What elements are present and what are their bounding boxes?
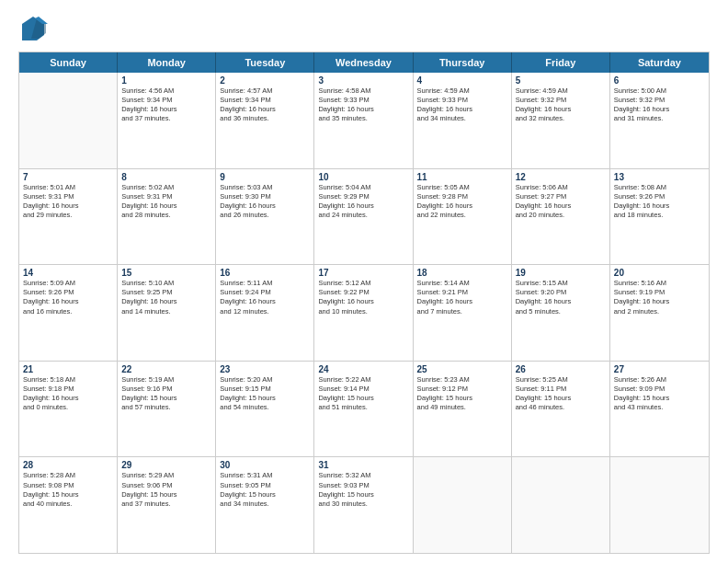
day-29: 29Sunrise: 5:29 AMSunset: 9:06 PMDayligh… bbox=[118, 457, 216, 553]
calendar-row-3: 14Sunrise: 5:09 AMSunset: 9:26 PMDayligh… bbox=[19, 265, 709, 362]
day-30: 30Sunrise: 5:31 AMSunset: 9:05 PMDayligh… bbox=[216, 457, 314, 553]
day-info: Sunrise: 5:31 AMSunset: 9:05 PMDaylight:… bbox=[220, 471, 310, 509]
day-info: Sunrise: 4:59 AMSunset: 9:33 PMDaylight:… bbox=[417, 86, 507, 124]
day-number: 14 bbox=[23, 268, 113, 278]
day-info: Sunrise: 5:29 AMSunset: 9:06 PMDaylight:… bbox=[121, 471, 211, 509]
day-info: Sunrise: 4:59 AMSunset: 9:32 PMDaylight:… bbox=[516, 86, 606, 124]
day-number: 1 bbox=[121, 75, 211, 86]
day-info: Sunrise: 5:15 AMSunset: 9:20 PMDaylight:… bbox=[516, 279, 606, 316]
day-info: Sunrise: 5:28 AMSunset: 9:08 PMDaylight:… bbox=[23, 471, 113, 509]
weekday-monday: Monday bbox=[118, 52, 216, 73]
day-info: Sunrise: 5:11 AMSunset: 9:24 PMDaylight:… bbox=[220, 279, 310, 316]
calendar-row-4: 21Sunrise: 5:18 AMSunset: 9:18 PMDayligh… bbox=[19, 362, 709, 458]
day-4: 4Sunrise: 4:59 AMSunset: 9:33 PMDaylight… bbox=[414, 73, 512, 168]
day-12: 12Sunrise: 5:06 AMSunset: 9:27 PMDayligh… bbox=[512, 169, 610, 265]
day-26: 26Sunrise: 5:25 AMSunset: 9:11 PMDayligh… bbox=[512, 362, 610, 457]
day-number: 7 bbox=[23, 172, 113, 182]
logo-icon bbox=[18, 15, 48, 44]
day-info: Sunrise: 5:02 AMSunset: 9:31 PMDaylight:… bbox=[121, 183, 211, 221]
weekday-wednesday: Wednesday bbox=[314, 52, 413, 73]
day-info: Sunrise: 5:26 AMSunset: 9:09 PMDaylight:… bbox=[614, 375, 705, 413]
day-22: 22Sunrise: 5:19 AMSunset: 9:16 PMDayligh… bbox=[118, 362, 216, 457]
day-info: Sunrise: 5:03 AMSunset: 9:30 PMDaylight:… bbox=[220, 183, 310, 221]
day-info: Sunrise: 5:01 AMSunset: 9:31 PMDaylight:… bbox=[23, 183, 113, 221]
empty-cell bbox=[610, 457, 709, 553]
day-21: 21Sunrise: 5:18 AMSunset: 9:18 PMDayligh… bbox=[19, 362, 118, 457]
day-18: 18Sunrise: 5:14 AMSunset: 9:21 PMDayligh… bbox=[414, 265, 512, 361]
calendar-row-2: 7Sunrise: 5:01 AMSunset: 9:31 PMDaylight… bbox=[19, 169, 709, 266]
calendar: SundayMondayTuesdayWednesdayThursdayFrid… bbox=[18, 52, 710, 554]
day-info: Sunrise: 4:57 AMSunset: 9:34 PMDaylight:… bbox=[220, 86, 310, 124]
day-number: 23 bbox=[220, 364, 310, 374]
day-info: Sunrise: 5:19 AMSunset: 9:16 PMDaylight:… bbox=[121, 375, 211, 413]
day-number: 20 bbox=[614, 268, 705, 278]
day-27: 27Sunrise: 5:26 AMSunset: 9:09 PMDayligh… bbox=[610, 362, 709, 457]
day-info: Sunrise: 5:12 AMSunset: 9:22 PMDaylight:… bbox=[318, 279, 408, 316]
day-info: Sunrise: 5:00 AMSunset: 9:32 PMDaylight:… bbox=[614, 86, 705, 124]
day-number: 21 bbox=[23, 364, 113, 374]
day-10: 10Sunrise: 5:04 AMSunset: 9:29 PMDayligh… bbox=[314, 169, 413, 265]
weekday-tuesday: Tuesday bbox=[216, 52, 314, 73]
day-20: 20Sunrise: 5:16 AMSunset: 9:19 PMDayligh… bbox=[610, 265, 709, 361]
calendar-row-5: 28Sunrise: 5:28 AMSunset: 9:08 PMDayligh… bbox=[19, 457, 709, 553]
calendar-row-1: 1Sunrise: 4:56 AMSunset: 9:34 PMDaylight… bbox=[19, 73, 709, 169]
empty-cell bbox=[19, 73, 118, 168]
day-19: 19Sunrise: 5:15 AMSunset: 9:20 PMDayligh… bbox=[512, 265, 610, 361]
calendar-header: SundayMondayTuesdayWednesdayThursdayFrid… bbox=[19, 52, 709, 73]
day-number: 30 bbox=[220, 460, 310, 470]
day-11: 11Sunrise: 5:05 AMSunset: 9:28 PMDayligh… bbox=[414, 169, 512, 265]
day-number: 6 bbox=[614, 75, 705, 86]
day-info: Sunrise: 5:08 AMSunset: 9:26 PMDaylight:… bbox=[614, 183, 705, 221]
day-5: 5Sunrise: 4:59 AMSunset: 9:32 PMDaylight… bbox=[512, 73, 610, 168]
day-number: 15 bbox=[121, 268, 211, 278]
day-info: Sunrise: 5:14 AMSunset: 9:21 PMDaylight:… bbox=[417, 279, 507, 316]
day-number: 5 bbox=[516, 75, 606, 86]
weekday-saturday: Saturday bbox=[610, 52, 709, 73]
day-info: Sunrise: 5:32 AMSunset: 9:03 PMDaylight:… bbox=[318, 471, 408, 509]
day-number: 17 bbox=[318, 268, 408, 278]
day-info: Sunrise: 5:16 AMSunset: 9:19 PMDaylight:… bbox=[614, 279, 705, 316]
day-number: 11 bbox=[417, 172, 507, 182]
day-24: 24Sunrise: 5:22 AMSunset: 9:14 PMDayligh… bbox=[314, 362, 413, 457]
day-number: 9 bbox=[220, 172, 310, 182]
day-13: 13Sunrise: 5:08 AMSunset: 9:26 PMDayligh… bbox=[610, 169, 709, 265]
day-number: 19 bbox=[516, 268, 606, 278]
day-info: Sunrise: 4:56 AMSunset: 9:34 PMDaylight:… bbox=[121, 86, 211, 124]
day-info: Sunrise: 5:23 AMSunset: 9:12 PMDaylight:… bbox=[417, 375, 507, 413]
day-info: Sunrise: 5:09 AMSunset: 9:26 PMDaylight:… bbox=[23, 279, 113, 316]
day-info: Sunrise: 5:25 AMSunset: 9:11 PMDaylight:… bbox=[516, 375, 606, 413]
day-3: 3Sunrise: 4:58 AMSunset: 9:33 PMDaylight… bbox=[314, 73, 413, 168]
day-number: 3 bbox=[318, 75, 408, 86]
day-info: Sunrise: 5:05 AMSunset: 9:28 PMDaylight:… bbox=[417, 183, 507, 221]
day-info: Sunrise: 5:18 AMSunset: 9:18 PMDaylight:… bbox=[23, 375, 113, 413]
day-9: 9Sunrise: 5:03 AMSunset: 9:30 PMDaylight… bbox=[216, 169, 314, 265]
day-number: 4 bbox=[417, 75, 507, 86]
header bbox=[18, 15, 710, 44]
day-number: 31 bbox=[318, 460, 408, 470]
day-number: 13 bbox=[614, 172, 705, 182]
calendar-body: 1Sunrise: 4:56 AMSunset: 9:34 PMDaylight… bbox=[19, 73, 709, 553]
empty-cell bbox=[414, 457, 512, 553]
weekday-sunday: Sunday bbox=[19, 52, 118, 73]
day-number: 29 bbox=[121, 460, 211, 470]
day-23: 23Sunrise: 5:20 AMSunset: 9:15 PMDayligh… bbox=[216, 362, 314, 457]
day-2: 2Sunrise: 4:57 AMSunset: 9:34 PMDaylight… bbox=[216, 73, 314, 168]
weekday-friday: Friday bbox=[512, 52, 610, 73]
day-1: 1Sunrise: 4:56 AMSunset: 9:34 PMDaylight… bbox=[118, 73, 216, 168]
day-number: 26 bbox=[516, 364, 606, 374]
day-info: Sunrise: 4:58 AMSunset: 9:33 PMDaylight:… bbox=[318, 86, 408, 124]
day-8: 8Sunrise: 5:02 AMSunset: 9:31 PMDaylight… bbox=[118, 169, 216, 265]
day-number: 10 bbox=[318, 172, 408, 182]
day-number: 28 bbox=[23, 460, 113, 470]
day-17: 17Sunrise: 5:12 AMSunset: 9:22 PMDayligh… bbox=[314, 265, 413, 361]
day-info: Sunrise: 5:22 AMSunset: 9:14 PMDaylight:… bbox=[318, 375, 408, 413]
weekday-thursday: Thursday bbox=[414, 52, 512, 73]
day-number: 8 bbox=[121, 172, 211, 182]
day-info: Sunrise: 5:10 AMSunset: 9:25 PMDaylight:… bbox=[121, 279, 211, 316]
day-number: 12 bbox=[516, 172, 606, 182]
day-info: Sunrise: 5:06 AMSunset: 9:27 PMDaylight:… bbox=[516, 183, 606, 221]
day-number: 27 bbox=[614, 364, 705, 374]
day-number: 25 bbox=[417, 364, 507, 374]
day-info: Sunrise: 5:20 AMSunset: 9:15 PMDaylight:… bbox=[220, 375, 310, 413]
day-28: 28Sunrise: 5:28 AMSunset: 9:08 PMDayligh… bbox=[19, 457, 118, 553]
